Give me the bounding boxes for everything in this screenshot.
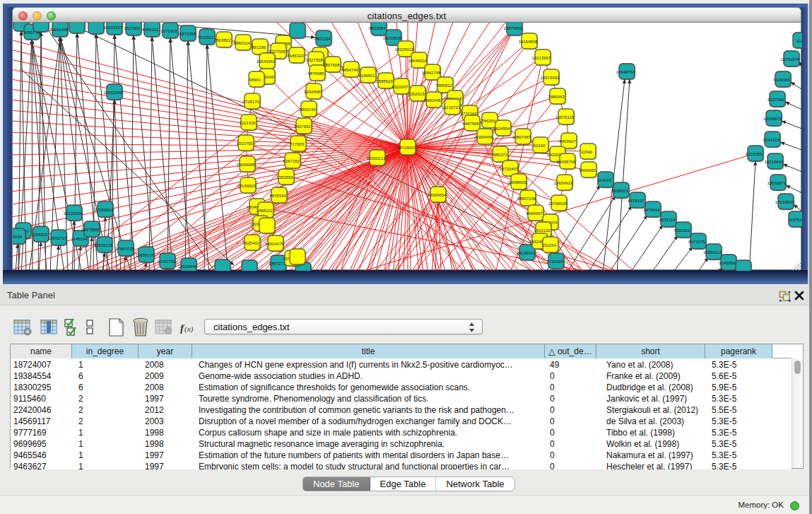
svg-text:20876862: 20876862 (504, 26, 523, 30)
svg-text:15495756: 15495756 (557, 160, 576, 164)
svg-text:8471676: 8471676 (688, 240, 705, 244)
svg-text:9329966: 9329966 (773, 78, 790, 82)
svg-text:(x): (x) (184, 325, 194, 334)
svg-text:717005: 717005 (290, 142, 305, 146)
svg-text:1362615: 1362615 (408, 92, 425, 96)
svg-text:18807249: 18807249 (517, 197, 536, 201)
svg-text:8466161: 8466161 (142, 28, 159, 32)
svg-text:1588520: 1588520 (376, 79, 393, 83)
svg-text:12942717: 12942717 (48, 236, 67, 240)
svg-text:8938923: 8938923 (611, 189, 628, 193)
svg-text:10807487: 10807487 (512, 135, 531, 139)
svg-text:8215955: 8215955 (746, 152, 763, 156)
svg-text:10958107: 10958107 (136, 253, 155, 257)
svg-text:12505135: 12505135 (94, 243, 113, 247)
svg-text:17957225: 17957225 (115, 247, 134, 251)
svg-text:111: 111 (796, 39, 802, 43)
svg-text:1145194: 1145194 (71, 237, 88, 241)
svg-text:20206556: 20206556 (64, 211, 83, 216)
svg-text:16543362: 16543362 (257, 59, 276, 64)
svg-text:891295: 891295 (252, 45, 266, 49)
svg-text:3875685: 3875685 (307, 71, 324, 76)
svg-text:8878334: 8878334 (269, 194, 286, 198)
svg-text:17359924: 17359924 (95, 208, 114, 212)
svg-text:8186323: 8186323 (287, 54, 304, 58)
svg-text:9227342: 9227342 (767, 98, 784, 102)
svg-text:116753: 116753 (788, 218, 802, 222)
svg-text:7632621: 7632621 (673, 228, 690, 233)
svg-text:1010755: 1010755 (236, 141, 253, 146)
svg-text:7515521: 7515521 (197, 35, 214, 40)
svg-text:7857224: 7857224 (314, 37, 331, 41)
svg-text:39154: 39154 (13, 235, 23, 239)
svg-text:8454749: 8454749 (341, 68, 358, 72)
svg-text:10653267: 10653267 (104, 25, 123, 30)
svg-text:20053346: 20053346 (104, 90, 123, 95)
svg-text:18724007: 18724007 (397, 146, 416, 150)
svg-text:19218506: 19218506 (383, 36, 402, 40)
svg-text:7625402: 7625402 (242, 241, 259, 245)
svg-text:15751074: 15751074 (781, 57, 800, 62)
svg-text:1733426: 1733426 (546, 259, 563, 264)
svg-text:19975887: 19975887 (81, 228, 100, 232)
svg-text:9463627: 9463627 (559, 139, 576, 144)
svg-text:8813054: 8813054 (369, 26, 386, 30)
svg-text:20691406: 20691406 (49, 28, 69, 32)
svg-text:1353559: 1353559 (276, 175, 293, 180)
svg-text:19166829: 19166829 (237, 184, 257, 188)
svg-text:7485063: 7485063 (548, 95, 565, 99)
svg-text:15720407: 15720407 (500, 167, 519, 171)
svg-text:2935114: 2935114 (659, 218, 676, 222)
svg-text:1156829: 1156829 (32, 233, 49, 237)
svg-text:3624554: 3624554 (493, 127, 510, 131)
svg-text:18640910: 18640910 (408, 59, 428, 63)
svg-text:16961758: 16961758 (422, 71, 441, 75)
svg-text:7955812: 7955812 (435, 83, 452, 88)
svg-text:6497568: 6497568 (462, 122, 479, 126)
svg-text:1527602: 1527602 (124, 26, 141, 30)
svg-text:1615132: 1615132 (534, 228, 551, 233)
svg-text:7663822: 7663822 (214, 38, 231, 42)
svg-text:19756928: 19756928 (548, 201, 567, 206)
svg-text:9245652: 9245652 (719, 261, 736, 265)
svg-text:9327508: 9327508 (306, 58, 323, 62)
svg-text:16210721: 16210721 (442, 105, 461, 110)
svg-text:1221336: 1221336 (239, 121, 256, 125)
svg-text:6679197: 6679197 (628, 199, 645, 203)
svg-text:16914479: 16914479 (265, 242, 284, 246)
svg-text:9242848: 9242848 (304, 90, 321, 94)
svg-text:10654112: 10654112 (703, 250, 722, 255)
svg-text:11546: 11546 (581, 150, 593, 154)
svg-text:746266: 746266 (481, 119, 496, 123)
svg-text:15300213: 15300213 (367, 156, 386, 160)
svg-text:9699695: 9699695 (579, 168, 596, 173)
svg-text:12093873: 12093873 (763, 117, 782, 121)
svg-text:12923446: 12923446 (178, 264, 197, 269)
svg-text:9474444: 9474444 (643, 208, 660, 212)
svg-text:19384554: 19384554 (428, 193, 447, 197)
svg-text:2718170: 2718170 (242, 100, 259, 104)
svg-text:8960124: 8960124 (233, 41, 250, 45)
svg-text:20364456: 20364456 (474, 135, 493, 139)
svg-text:19654985: 19654985 (237, 163, 256, 167)
svg-text:17016504: 17016504 (775, 200, 794, 204)
svg-text:252254: 252254 (542, 243, 557, 247)
svg-text:164095: 164095 (597, 178, 612, 182)
svg-text:1498222: 1498222 (256, 209, 273, 213)
svg-text:2867608: 2867608 (323, 63, 340, 67)
svg-text:16782759: 16782759 (157, 259, 176, 264)
svg-text:7986372: 7986372 (490, 153, 507, 157)
svg-text:12213967: 12213967 (532, 56, 551, 60)
svg-text:16571355: 16571355 (177, 32, 196, 36)
svg-text:14136141: 14136141 (517, 251, 536, 255)
svg-text:1071915: 1071915 (160, 29, 177, 33)
svg-text:10973493: 10973493 (541, 76, 560, 80)
svg-text:8267150: 8267150 (283, 159, 300, 163)
svg-text:6322037: 6322037 (392, 85, 408, 89)
svg-text:98901: 98901 (249, 78, 261, 82)
svg-text:8990448: 8990448 (424, 98, 441, 103)
svg-text:12975115: 12975115 (555, 115, 575, 119)
svg-text:16648764: 16648764 (616, 70, 635, 74)
svg-text:9146821: 9146821 (358, 74, 375, 78)
svg-text:1244415: 1244415 (763, 138, 779, 142)
